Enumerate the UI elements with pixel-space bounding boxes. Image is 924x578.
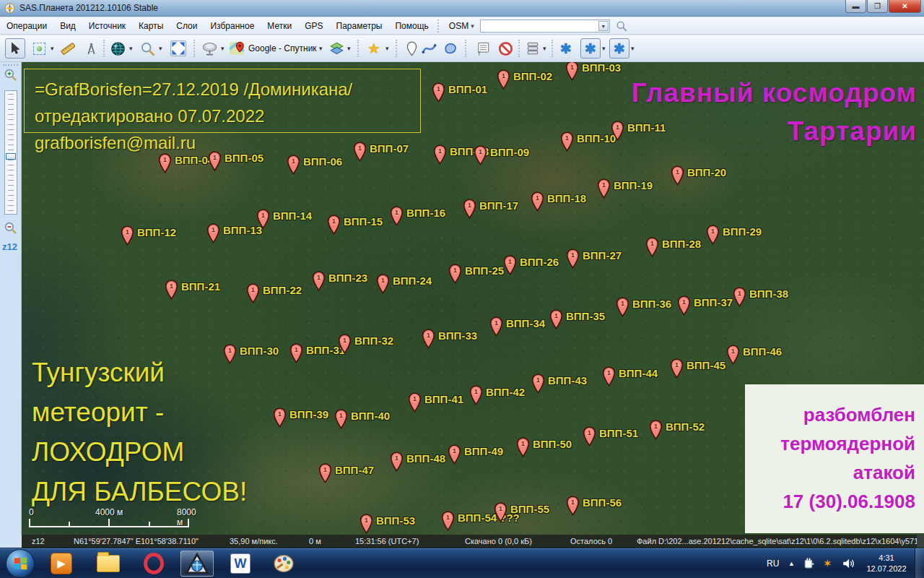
clock-time: 4:31 — [879, 553, 894, 564]
add-polygon-button[interactable] — [440, 38, 461, 59]
marker-label: ВПП-10 — [577, 132, 616, 144]
add-path-button[interactable] — [419, 38, 439, 59]
map-view[interactable]: 1ВПП-011ВПП-021ВПП-031ВПП-041ВПП-051ВПП-… — [22, 62, 924, 535]
taskbar-paint[interactable] — [267, 551, 300, 577]
marker-label: ВПП-28 — [662, 238, 701, 250]
map-marker-56[interactable]: 1ВПП-56 — [566, 496, 653, 517]
fullscreen-button[interactable] — [168, 38, 188, 59]
map-marker-38[interactable]: 1ВПП-38 — [733, 287, 819, 309]
ruler-button[interactable] — [58, 38, 78, 59]
menu-favorites[interactable]: Избранное — [204, 18, 261, 34]
restore-button[interactable]: ❐ — [867, 0, 888, 13]
pin-icon: 1 — [432, 82, 445, 103]
marker-label: ВПП-32 — [354, 335, 393, 347]
zoom-slider-handle[interactable] — [6, 153, 16, 160]
map-marker-09[interactable]: 1ВПП-09 — [474, 145, 560, 167]
sidebar-grip[interactable] — [3, 64, 18, 67]
chevron-down-icon[interactable]: ▾ — [347, 45, 351, 52]
chevron-down-icon[interactable]: ▾ — [221, 45, 225, 52]
close-button[interactable]: ✕ — [889, 0, 921, 13]
zoom-out-icon[interactable] — [4, 221, 17, 235]
hide-placemarks-button[interactable] — [495, 38, 515, 59]
map-marker-53[interactable]: 1ВПП-53 — [359, 514, 446, 535]
menu-gps[interactable]: GPS — [298, 18, 329, 34]
power-plug-icon[interactable] — [803, 557, 815, 569]
svg-text:1: 1 — [213, 154, 217, 161]
map-marker-05[interactable]: 1ВПП-05 — [208, 151, 295, 173]
selection-tool-button[interactable] — [29, 38, 49, 59]
chevron-down-icon[interactable]: ▾ — [319, 45, 323, 52]
menu-operations[interactable]: Операции — [0, 18, 53, 34]
divider-tool-button[interactable] — [81, 38, 101, 59]
menu-settings[interactable]: Параметры — [330, 18, 389, 34]
language-indicator[interactable]: RU — [764, 548, 782, 578]
chevron-down-icon[interactable]: ▾ — [51, 45, 54, 52]
svg-text:1: 1 — [437, 85, 440, 92]
taskbar-explorer[interactable] — [92, 551, 125, 577]
pin-icon: 1 — [158, 153, 172, 173]
marker-label: ВПП-34 — [506, 317, 545, 329]
map-source-dropdown[interactable]: OSM▾ — [443, 19, 480, 33]
search-input[interactable]: ▾ — [480, 20, 610, 33]
search-icon[interactable] — [616, 20, 627, 32]
cache-manager-button[interactable] — [523, 38, 543, 59]
marker-label: ВПП-40 — [351, 410, 390, 422]
chevron-down-icon[interactable]: ▾ — [385, 45, 389, 52]
map-marker-21[interactable]: 1ВПП-21 — [165, 280, 251, 301]
menu-layers[interactable]: Слои — [170, 18, 204, 34]
taskbar-opera[interactable] — [137, 551, 170, 577]
map-marker-32[interactable]: 1ВПП-32 — [338, 334, 424, 355]
select-cursor-button[interactable] — [5, 38, 25, 59]
placemark-list-button[interactable] — [472, 38, 492, 59]
layer-select-button[interactable] — [227, 38, 247, 59]
layers-button[interactable] — [326, 38, 346, 59]
download-dish-button[interactable] — [199, 38, 219, 59]
chevron-down-icon[interactable]: ▾ — [129, 45, 133, 52]
scale-label-0: 0 — [29, 507, 34, 517]
chevron-down-icon[interactable]: ▾ — [543, 45, 546, 52]
menu-view[interactable]: Вид — [53, 18, 82, 34]
layer-select-label[interactable]: Google - Спутник — [248, 43, 317, 53]
show-desktop-button[interactable] — [915, 548, 924, 578]
pin-icon: 1 — [726, 345, 740, 365]
taskbar-word[interactable]: W — [224, 551, 257, 577]
map-marker-20[interactable]: 1ВПП-20 — [671, 165, 757, 187]
zoom-level-label: z12 — [2, 241, 17, 252]
svg-text:1: 1 — [738, 290, 741, 297]
network-alert-icon[interactable]: ✶ — [823, 557, 832, 570]
zoom-tool-button[interactable] — [137, 38, 157, 59]
map-marker-12[interactable]: 1ВПП-12 — [121, 225, 207, 247]
favorites-button[interactable]: ★ — [364, 38, 384, 59]
chevron-down-icon[interactable]: ▾ — [602, 45, 606, 52]
globe-view-button[interactable] — [108, 38, 128, 59]
svg-text:1: 1 — [571, 251, 575, 259]
zoom-in-icon[interactable] — [4, 68, 17, 82]
start-button[interactable] — [6, 549, 35, 578]
speaker-icon[interactable] — [842, 557, 855, 570]
minimize-button[interactable]: ▬ — [845, 0, 866, 13]
clock[interactable]: 4:31 12.07.2022 — [863, 548, 910, 578]
gps-tool-1-button[interactable]: ✱ — [556, 38, 576, 59]
resize-grip[interactable] — [917, 535, 924, 548]
search-dropdown-button[interactable]: ▾ — [598, 21, 609, 31]
pin-icon: 1 — [583, 426, 596, 447]
map-marker-29[interactable]: 1ВПП-29 — [706, 225, 793, 246]
menu-placemarks[interactable]: Метки — [261, 18, 298, 34]
map-marker-52[interactable]: 1ВПП-52 — [649, 420, 736, 441]
zoom-slider[interactable] — [4, 90, 17, 215]
menu-source[interactable]: Источник — [82, 18, 132, 34]
map-marker-27[interactable]: 1ВПП-27 — [566, 249, 653, 270]
chevron-down-icon[interactable]: ▾ — [159, 45, 162, 52]
map-marker-07[interactable]: 1ВПП-07 — [353, 142, 440, 163]
taskbar-sasplanet-active[interactable] — [180, 551, 214, 577]
gps-tool-3-button[interactable]: ✱ — [609, 38, 629, 59]
menu-maps[interactable]: Карты — [132, 18, 170, 34]
taskbar-media-player[interactable]: ▶ — [45, 551, 78, 577]
tray-expand-icon[interactable]: ▲ — [788, 548, 795, 578]
map-marker-46[interactable]: 1ВПП-46 — [726, 345, 813, 366]
menu-help[interactable]: Помощь — [388, 18, 435, 34]
gps-tool-2-button[interactable]: ✱ — [580, 38, 601, 59]
marker-label: ВПП-09 — [490, 146, 529, 158]
svg-text:1: 1 — [317, 274, 321, 281]
chevron-down-icon[interactable]: ▾ — [631, 45, 635, 52]
